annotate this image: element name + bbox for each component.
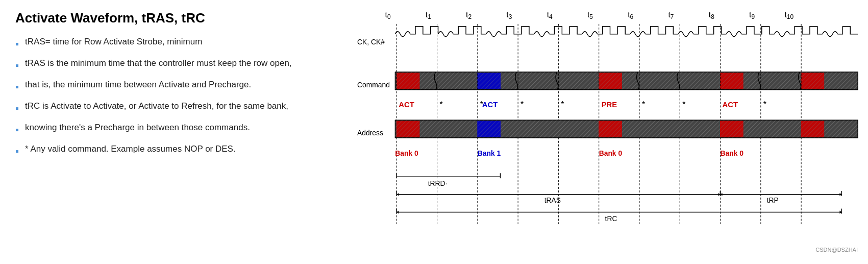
trc-label: tRC xyxy=(605,214,617,223)
bullet-icon: ▪ xyxy=(15,143,19,159)
addr-bank1-t3: Bank 1 xyxy=(478,149,501,157)
svg-rect-31 xyxy=(599,121,622,137)
list-item: ▪ * Any valid command. Example assumes N… xyxy=(15,142,332,159)
bullet-text: tRAS= time for Row Activate Strobe, mini… xyxy=(25,35,202,49)
list-item: ▪ tRAS= time for Row Activate Strobe, mi… xyxy=(15,35,332,52)
bullet-text: * Any valid command. Example assumes NOP… xyxy=(25,142,236,156)
svg-rect-33 xyxy=(721,121,743,137)
page-title: Activate Waveform, tRAS, tRC xyxy=(15,10,332,26)
time-label-t0: t0 xyxy=(385,10,391,20)
cmd-star-t7: * xyxy=(642,100,645,109)
tras-label: tRAS xyxy=(544,196,561,204)
cmd-star-t10: * xyxy=(763,100,766,109)
cmd-star-t5: * xyxy=(561,100,564,109)
svg-rect-10 xyxy=(721,73,743,89)
cmd-star-t4: * xyxy=(520,100,524,109)
bullet-text: tRAS is the minimum time that the contro… xyxy=(25,57,292,70)
addr-bank0-t6: Bank 0 xyxy=(599,149,623,157)
time-label-t1: t1 xyxy=(426,10,431,20)
left-panel: Activate Waveform, tRAS, tRC ▪ tRAS= tim… xyxy=(0,0,347,264)
cmd-act-t3: ACT xyxy=(482,101,498,109)
addr-bank0-t0: Bank 0 xyxy=(395,149,418,157)
time-label-t9: t9 xyxy=(749,10,755,20)
svg-rect-25 xyxy=(395,120,858,138)
address-label: Address xyxy=(357,129,383,137)
cmd-pre-t6: PRE xyxy=(602,101,617,109)
waveform-svg: t0 t1 t2 t3 t4 t5 t6 t7 t8 t9 t10 CK, CK… xyxy=(357,5,863,255)
svg-rect-12 xyxy=(801,73,824,89)
time-label-t2: t2 xyxy=(466,10,472,20)
list-item: ▪ tRC is Activate to Activate, or Activa… xyxy=(15,100,332,116)
addr-bank0-t9: Bank 0 xyxy=(721,149,744,157)
cmd-star-t8: * xyxy=(682,100,685,109)
cmd-star-t1: * xyxy=(440,100,443,109)
time-label-t10: t10 xyxy=(784,10,793,20)
bullet-text: tRC is Activate to Activate, or Activate… xyxy=(25,100,288,113)
time-label-t8: t8 xyxy=(709,10,714,20)
trp-label: tRP xyxy=(767,196,779,204)
bullet-icon: ▪ xyxy=(15,58,19,73)
bullet-text: knowing there's a Precharge in between t… xyxy=(25,121,250,134)
svg-rect-8 xyxy=(599,73,622,89)
watermark: CSDN@DSZHAI xyxy=(815,247,858,253)
waveform-diagram: t0 t1 t2 t3 t4 t5 t6 t7 t8 t9 t10 CK, CK… xyxy=(357,5,863,255)
bullet-icon: ▪ xyxy=(15,101,19,116)
svg-rect-27 xyxy=(396,121,419,137)
list-item: ▪ tRAS is the minimum time that the cont… xyxy=(15,57,332,73)
trrd-label: tRRD· xyxy=(428,179,448,187)
svg-rect-35 xyxy=(801,121,824,137)
time-label-t3: t3 xyxy=(506,10,512,20)
ck-label: CK, CK# xyxy=(357,38,385,46)
svg-rect-29 xyxy=(478,121,501,137)
svg-rect-2 xyxy=(395,72,858,90)
bullet-icon: ▪ xyxy=(15,79,19,94)
command-label: Command xyxy=(357,81,390,89)
bullet-icon: ▪ xyxy=(15,36,19,52)
bullet-text: that is, the minimum time between Activa… xyxy=(25,78,251,91)
time-label-t7: t7 xyxy=(668,10,674,20)
svg-rect-6 xyxy=(478,73,501,89)
time-label-t4: t4 xyxy=(547,10,553,20)
bullet-list: ▪ tRAS= time for Row Activate Strobe, mi… xyxy=(15,35,332,159)
time-label-t6: t6 xyxy=(628,10,633,20)
bullet-icon: ▪ xyxy=(15,122,19,137)
cmd-act-t0: ACT xyxy=(399,101,414,109)
svg-rect-4 xyxy=(396,73,419,89)
list-item: ▪ that is, the minimum time between Acti… xyxy=(15,78,332,94)
list-item: ▪ knowing there's a Precharge in between… xyxy=(15,121,332,137)
time-label-t5: t5 xyxy=(587,10,593,20)
cmd-act-t9: ACT xyxy=(723,101,738,109)
right-panel: t0 t1 t2 t3 t4 t5 t6 t7 t8 t9 t10 CK, CK… xyxy=(347,0,868,264)
